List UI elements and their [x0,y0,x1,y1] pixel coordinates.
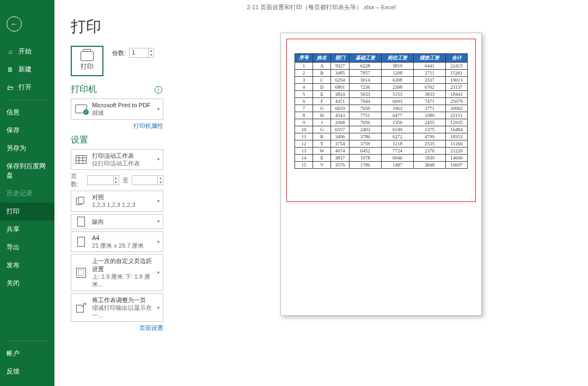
table-cell: 3576 [331,162,349,169]
table-cell: 6228 [349,63,381,70]
table-cell: 2398 [381,84,413,91]
table-cell: 6619 [331,105,349,112]
chevron-up-icon[interactable]: ▴ [158,176,163,180]
chevron-down-icon[interactable]: ▾ [158,180,163,185]
table-cell: 2455 [414,119,446,126]
sidebar-item-label: 保存 [7,126,20,135]
sidebar-item-new[interactable]: 🗎 新建 [0,60,54,78]
table-cell: 21220 [446,148,468,155]
printer-properties-link[interactable]: 打印机属性 [71,122,163,130]
page-to-stepper[interactable]: ▴▾ [132,175,163,185]
table-header-cell: 序号 [295,54,313,63]
table-cell: 10 [295,126,313,133]
table-cell: 3833 [414,91,446,98]
table-cell: 6 [295,98,313,105]
table-cell: 23137 [446,84,468,91]
table-header-cell: 姓名 [313,54,331,63]
table-cell: 2535 [414,140,446,148]
table-cell: 7471 [414,98,446,105]
setting-orientation[interactable]: 纵向 ▾ [71,214,163,229]
table-cell: 15261 [446,70,468,77]
table-cell: 3014 [349,77,381,84]
sidebar-item-publish[interactable]: 发布 [0,256,54,274]
table-cell: 18353 [446,133,468,140]
sidebar-item-info[interactable]: 信息 [0,103,54,121]
table-cell: F [313,98,331,105]
table-cell: W [313,148,331,155]
table-cell: 5633 [349,91,381,98]
back-button[interactable]: ← [7,16,22,32]
table-cell: 6308 [381,77,413,84]
table-cell: 4471 [331,98,349,105]
copies-stepper[interactable]: 1 ▴▾ [129,48,154,58]
sidebar-item-open[interactable]: 🗁 打开 [0,78,54,96]
sheet-icon [75,155,88,164]
table-row: 4D680172362398670223137 [295,84,468,91]
table-cell: 7044 [349,98,381,105]
sidebar-item-label: 关闭 [7,279,20,288]
table-cell: 3786 [349,133,381,140]
sidebar-item-history[interactable]: 历史记录 [0,185,54,203]
setting-sub: 1,2,3 1,2,3 1,2,3 [92,201,153,209]
table-cell: 6272 [381,133,413,140]
table-cell: V [313,162,331,169]
setting-margins[interactable]: 上一次的自定义页边距设置 上: 1.9 厘米 下: 1.9 厘米... ▾ [71,254,163,291]
sidebar-item-saveas[interactable]: 另存为 [0,139,54,157]
pages-label: 页数: [71,172,84,188]
table-cell: 1786 [349,162,381,169]
print-preview-area: 序号姓名部门基础工资岗位工资绩效工资合计 1A59276228381964412… [174,0,588,386]
table-cell: 1978 [349,155,381,162]
sidebar-item-label: 另存为 [7,144,26,153]
table-cell: 3380 [414,112,446,119]
sidebar-item-close[interactable]: 关闭 [0,274,54,292]
chevron-down-icon[interactable]: ▾ [114,180,119,185]
table-row: 11R349637866272479918353 [295,133,468,140]
setting-sub: 仅打印活动工作表 [92,160,153,167]
setting-scaling[interactable]: 将工作表调整为一页 缩减打印输出以显示在一... ▾ [71,293,163,322]
table-cell: 6801 [331,84,349,91]
sidebar-item-baidu[interactable]: 保存到百度网盘 [0,157,54,185]
home-icon: ⌂ [7,48,14,56]
table-cell: 6441 [414,63,446,70]
sidebar-item-account[interactable]: 帐户 [0,345,54,363]
table-cell: 5927 [331,63,349,70]
table-cell: 2403 [349,126,381,133]
table-cell: 1487 [381,162,413,169]
svg-rect-10 [78,270,84,275]
printer-name: Microsoft Print to PDF [92,101,153,109]
table-cell: 16484 [446,126,468,133]
printer-selector[interactable]: ✓ Microsoft Print to PDF 就绪 ▾ [71,99,163,120]
sidebar-item-save[interactable]: 保存 [0,121,54,139]
table-cell: 11266 [446,140,468,148]
table-cell: 7 [295,105,313,112]
table-cell: 6354 [331,77,349,84]
sidebar-item-share[interactable]: 共享 [0,220,54,238]
sidebar-divider [7,100,48,100]
table-cell: 1375 [414,126,446,133]
table-cell: 3496 [331,133,349,140]
setting-collate[interactable]: 对照 1,2,3 1,2,3 1,2,3 ▾ [71,191,163,212]
chevron-up-icon[interactable]: ▴ [149,48,154,53]
table-cell: B [313,70,331,77]
sidebar-item-feedback[interactable]: 反馈 [0,363,54,381]
table-cell: 1356 [381,119,413,126]
chevron-up-icon[interactable]: ▴ [114,176,119,180]
sidebar-item-label: 打开 [19,83,32,92]
page-from-stepper[interactable]: ▴▾ [87,175,119,185]
sidebar-item-home[interactable]: ⌂ 开始 [0,42,54,60]
table-cell: 8 [295,112,313,119]
backstage-sidebar: ← ⌂ 开始 🗎 新建 🗁 打开 信息 保存 另存为 保存到百度网盘 历史记录 [0,0,54,386]
setting-what-to-print[interactable]: 打印活动工作表 仅打印活动工作表 ▾ [71,149,163,170]
print-button[interactable]: 打印 [71,46,103,76]
table-header-cell: 绩效工资 [414,54,446,63]
setting-title: 纵向 [92,218,153,225]
chevron-down-icon[interactable]: ▾ [149,53,154,57]
table-cell: 7857 [349,70,381,77]
setting-paper-size[interactable]: A4 21 厘米 x 29.7 厘米 ▾ [71,231,163,253]
svg-rect-8 [78,237,85,247]
sidebar-item-print[interactable]: 打印 [0,203,54,220]
info-icon[interactable]: i [155,86,162,94]
page-setup-link[interactable]: 页面设置 [71,324,163,332]
sidebar-item-export[interactable]: 导出 [0,238,54,256]
table-cell: 14 [295,155,313,162]
